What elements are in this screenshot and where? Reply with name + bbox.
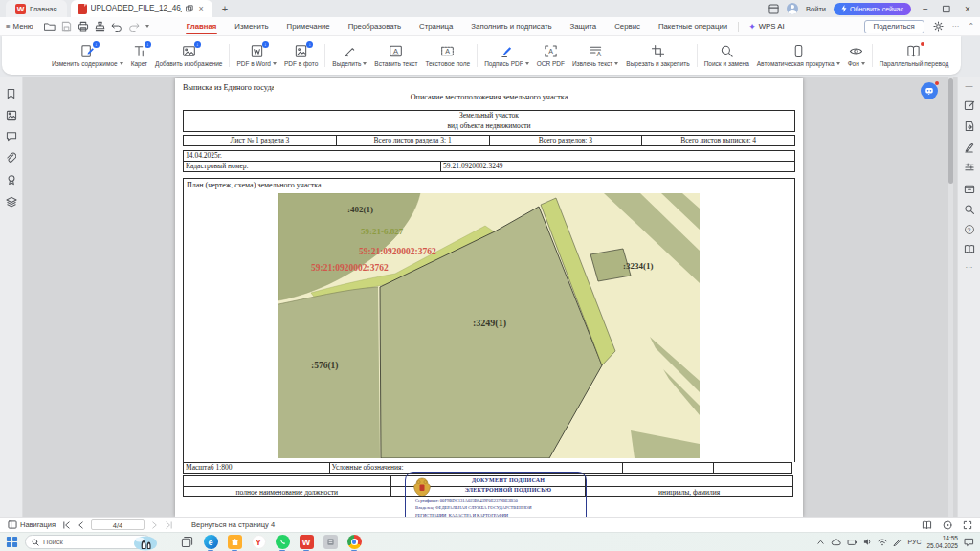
previous-page-icon[interactable] <box>78 521 84 529</box>
bookmark-icon[interactable] <box>6 88 16 99</box>
wps-ai-fab[interactable] <box>921 82 938 99</box>
toolbar-button-pdf-to-word[interactable]: ↓ PDF в Word <box>233 44 279 67</box>
tab-edit[interactable]: Изменить <box>234 18 269 34</box>
first-page-icon[interactable] <box>62 521 71 529</box>
minimize-button[interactable]: − <box>919 4 932 14</box>
close-tab-icon[interactable]: × <box>197 4 206 13</box>
print-icon[interactable] <box>78 21 89 32</box>
text-settings-icon[interactable] <box>964 163 975 173</box>
toolbar-button-text-field[interactable]: A Текстовое поле <box>421 44 474 67</box>
toolbar-button-search-replace[interactable]: Поиск и замена <box>701 44 753 67</box>
toolbar-button-pdf-to-photo[interactable]: ↓ PDF в фото <box>280 44 322 67</box>
maximize-button[interactable] <box>940 5 953 13</box>
toolbar-button-edit-content[interactable]: ↓ Изменить содержимое <box>48 44 127 67</box>
tab-protect[interactable]: Защита <box>569 18 598 34</box>
next-page-icon[interactable] <box>151 521 158 529</box>
document-tab[interactable]: UPLOADED_FILE_12_46_02.p × <box>71 0 212 17</box>
toolbar-button-extract-text[interactable]: A Извлечь текст <box>568 44 622 67</box>
seal-icon[interactable] <box>6 174 17 186</box>
close-window-button[interactable]: × <box>961 4 974 14</box>
tab-service[interactable]: Сервис <box>613 18 641 34</box>
play-presentation-icon[interactable] <box>943 520 952 530</box>
notification-center-icon[interactable] <box>964 538 974 547</box>
wifi-icon[interactable] <box>878 539 887 546</box>
more-tools-icon[interactable]: ··· <box>966 264 973 272</box>
search-panel-icon[interactable] <box>964 204 975 215</box>
read-mode-icon[interactable] <box>964 244 975 254</box>
wps-app-icon[interactable]: W <box>298 533 315 551</box>
collapse-panel-icon[interactable]: — <box>966 82 973 90</box>
tab-convert[interactable]: Преобразовать <box>347 18 402 34</box>
tab-comment[interactable]: Примечание <box>286 18 331 34</box>
update-now-button[interactable]: Обновить сейчас <box>834 3 911 15</box>
undo-icon[interactable] <box>111 22 122 32</box>
main-menu-button[interactable]: ≡ Меню <box>6 22 33 31</box>
reading-view-icon[interactable] <box>922 520 932 530</box>
signature-icon[interactable] <box>964 142 975 153</box>
tab-page[interactable]: Страница <box>418 18 454 34</box>
clock[interactable]: 14:55 25.04.2025 <box>926 535 958 549</box>
language-indicator[interactable]: РУС <box>907 539 921 545</box>
attachment-icon[interactable] <box>6 152 16 164</box>
toolbar-button-add-image[interactable]: ↓ Добавить изображение <box>151 44 226 67</box>
thumbnails-icon[interactable] <box>6 110 17 121</box>
toolbar-button-highlight[interactable]: Выделить <box>328 44 370 67</box>
back-to-page-link[interactable]: Вернуться на страницу 4 <box>191 520 275 529</box>
toolbar-button-ocr-pdf[interactable]: A OCR PDF <box>533 44 568 67</box>
open-file-icon[interactable] <box>44 21 56 32</box>
search-highlight-widget-icon[interactable] <box>133 535 158 551</box>
login-button[interactable]: Войти <box>806 5 826 13</box>
start-button-icon[interactable] <box>6 536 18 548</box>
navigation-toggle[interactable]: Навигация <box>8 520 56 529</box>
tab-batch[interactable]: Пакетные операции <box>657 18 728 34</box>
pdf-page[interactable]: Выписка из Единого государственного реес… <box>175 78 803 517</box>
whatsapp-app-icon[interactable] <box>274 533 291 551</box>
share-button[interactable]: Поделиться <box>864 20 924 33</box>
last-page-icon[interactable] <box>165 521 173 529</box>
toolbar-button-caret[interactable]: ↓ Карет <box>127 44 151 67</box>
layers-icon[interactable] <box>6 196 17 208</box>
tab-home[interactable]: Главная <box>186 18 218 34</box>
scrollbar-thumb[interactable] <box>948 78 953 184</box>
chrome-app-icon[interactable] <box>345 533 363 551</box>
settings-gear-icon[interactable] <box>933 21 944 32</box>
vertical-scrollbar[interactable] <box>948 77 953 517</box>
cadastral-map[interactable]: :402(1) 59:21-6.827 59:21:0920002:3762 5… <box>278 193 700 462</box>
toolbar-button-insert-text[interactable]: A Вставить текст <box>370 44 421 67</box>
toolbar-button-background[interactable]: Фон <box>844 44 869 67</box>
battery-icon[interactable] <box>847 539 858 546</box>
page-indicator[interactable]: 4/4 <box>91 519 145 530</box>
export-doc-icon[interactable] <box>964 121 975 132</box>
home-tab[interactable]: W Главная <box>6 0 67 17</box>
toolbar-button-auto-scroll[interactable]: Автоматическая прокрутка <box>753 44 844 67</box>
comments-icon[interactable] <box>6 131 17 142</box>
toolbar-button-sign-pdf[interactable]: Подпись PDF <box>480 44 533 67</box>
edit-note-icon[interactable] <box>964 99 975 111</box>
collapse-ribbon-icon[interactable]: ⌃ <box>968 22 974 31</box>
speaker-icon[interactable] <box>863 538 872 546</box>
pin-window-icon[interactable] <box>186 5 193 12</box>
edge-app-icon[interactable]: e <box>202 533 219 551</box>
stamp-tool-icon[interactable] <box>95 21 105 32</box>
toolbar-button-parallel-translate[interactable]: Параллельный перевод <box>876 44 952 67</box>
layout-switch-icon[interactable] <box>768 4 779 14</box>
archive-box-icon[interactable] <box>964 183 975 194</box>
history-caret-icon[interactable] <box>145 25 149 28</box>
fullscreen-icon[interactable] <box>963 520 972 530</box>
hidden-icons-chevron-icon[interactable] <box>816 539 825 545</box>
yandex-app-icon[interactable]: Y <box>250 533 267 551</box>
redo-icon[interactable] <box>128 22 140 32</box>
cloud-icon[interactable] <box>831 539 841 546</box>
generic-app-icon[interactable] <box>322 533 339 551</box>
wps-ai-button[interactable]: ✦ WPS AI <box>748 22 784 32</box>
taskbar-search-input[interactable]: Поиск <box>25 535 151 549</box>
help-icon[interactable]: ? <box>965 225 974 234</box>
tab-fill-sign[interactable]: Заполнить и подписать <box>470 18 552 34</box>
home-app-icon[interactable] <box>226 533 243 551</box>
new-tab-button[interactable]: + <box>222 3 228 14</box>
more-options-icon[interactable]: ··· <box>952 22 960 31</box>
toolbar-button-crop-pin[interactable]: Вырезать и закрепить <box>622 44 693 67</box>
avatar[interactable] <box>787 3 798 14</box>
pen-icon[interactable] <box>893 538 902 546</box>
task-view-button[interactable] <box>178 533 195 551</box>
